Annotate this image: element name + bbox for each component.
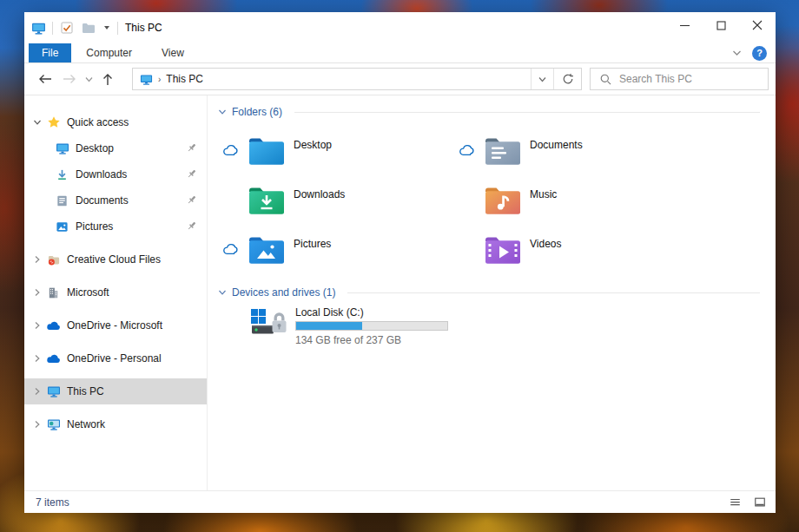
sidebar-item-label: Quick access xyxy=(67,116,129,128)
tile-label: Music xyxy=(530,188,557,200)
details-view-icon[interactable] xyxy=(729,496,742,509)
drive-free-space: 134 GB free of 237 GB xyxy=(295,334,448,346)
sidebar-item-label: Pictures xyxy=(76,220,113,233)
chevron-right-icon[interactable] xyxy=(33,255,46,264)
tile-local-disk-c[interactable]: Local Disk (C:) 134 GB free of 237 GB xyxy=(218,305,760,346)
minimize-button[interactable] xyxy=(666,12,703,38)
sidebar-item-downloads[interactable]: Downloads xyxy=(24,161,207,187)
large-icons-view-icon[interactable] xyxy=(753,496,767,509)
pin-icon[interactable] xyxy=(185,167,198,181)
onedrive-cloud-icon xyxy=(46,351,61,366)
properties-icon[interactable] xyxy=(59,20,75,36)
sidebar-item-desktop[interactable]: Desktop xyxy=(24,135,207,161)
chevron-down-icon[interactable] xyxy=(218,289,227,296)
new-folder-icon[interactable] xyxy=(81,20,96,36)
chevron-right-icon[interactable] xyxy=(33,354,46,363)
maximize-button[interactable] xyxy=(703,12,739,38)
sidebar-item-onedrive-personal[interactable]: OneDrive - Personal xyxy=(24,345,207,371)
section-title: Devices and drives (1) xyxy=(232,286,335,299)
up-button[interactable] xyxy=(96,68,120,90)
devices-section-header[interactable]: Devices and drives (1) xyxy=(218,286,760,299)
this-pc-crumb-icon xyxy=(140,73,153,86)
navigation-pane: Quick access Desktop Downloads Documents… xyxy=(24,95,208,490)
tile-videos[interactable]: Videos xyxy=(454,225,690,274)
sidebar-item-microsoft[interactable]: Microsoft xyxy=(24,279,207,305)
breadcrumb-location[interactable]: This PC xyxy=(166,73,203,85)
section-title: Folders (6) xyxy=(232,106,282,118)
this-pc-window-icon xyxy=(30,20,46,36)
tab-file[interactable]: File xyxy=(29,43,71,62)
search-placeholder: Search This PC xyxy=(619,73,692,85)
quick-access-toolbar xyxy=(30,20,118,36)
help-button[interactable]: ? xyxy=(752,46,767,61)
address-dropdown-chevron-icon[interactable] xyxy=(531,69,553,89)
chevron-down-icon[interactable] xyxy=(33,118,46,127)
tile-label: Desktop xyxy=(294,139,332,151)
sidebar-item-network[interactable]: Network xyxy=(24,411,207,437)
building-icon xyxy=(46,286,61,300)
view-switcher xyxy=(729,496,767,509)
ribbon-tab-row: File Computer View ? xyxy=(24,43,776,63)
address-bar[interactable]: › This PC xyxy=(132,68,582,90)
music-folder-icon xyxy=(484,185,522,216)
this-pc-monitor-icon xyxy=(46,384,61,399)
chevron-down-icon[interactable] xyxy=(218,108,227,115)
sidebar-item-label: Downloads xyxy=(76,168,127,181)
forward-button[interactable] xyxy=(57,68,82,90)
pin-icon[interactable] xyxy=(185,194,198,207)
back-button[interactable] xyxy=(33,68,57,90)
sidebar-item-label: OneDrive - Microsoft xyxy=(67,319,162,332)
sidebar-item-label: OneDrive - Personal xyxy=(67,352,162,365)
close-button[interactable] xyxy=(739,12,776,38)
tile-documents[interactable]: Documents xyxy=(454,126,690,175)
sidebar-item-label: Desktop xyxy=(76,142,114,154)
chevron-right-icon[interactable] xyxy=(33,420,46,429)
document-icon xyxy=(55,194,69,208)
network-icon xyxy=(46,417,61,432)
tab-view[interactable]: View xyxy=(147,43,199,62)
devices-section: Devices and drives (1) Local Disk (C:) 1… xyxy=(218,286,760,346)
sidebar-item-label: Creative Cloud Files xyxy=(67,253,161,266)
content-pane: Folders (6) Desktop Documents xyxy=(208,95,776,490)
chevron-right-icon[interactable] xyxy=(33,387,46,396)
onedrive-status-cloud-icon xyxy=(218,144,244,157)
picture-icon xyxy=(55,220,69,234)
tile-label: Videos xyxy=(530,238,561,250)
pin-icon[interactable] xyxy=(185,220,198,233)
refresh-button[interactable] xyxy=(553,69,581,89)
tile-music[interactable]: Music xyxy=(454,175,690,225)
customize-qat-caret-icon[interactable] xyxy=(102,20,111,36)
chevron-right-icon[interactable] xyxy=(33,288,46,297)
tile-label: Downloads xyxy=(294,188,345,200)
breadcrumb[interactable]: › This PC xyxy=(133,69,531,89)
expand-ribbon-chevron-icon[interactable] xyxy=(732,49,742,56)
sidebar-item-documents[interactable]: Documents xyxy=(24,187,207,213)
videos-folder-icon xyxy=(484,234,522,266)
section-rule xyxy=(294,112,760,113)
qat-separator xyxy=(117,22,118,35)
sidebar-item-label: Network xyxy=(67,418,105,430)
search-input[interactable]: Search This PC xyxy=(590,68,769,90)
folders-section-header[interactable]: Folders (6) xyxy=(218,106,760,118)
search-icon xyxy=(600,74,611,85)
window-title: This PC xyxy=(125,22,162,34)
sidebar-item-quick-access[interactable]: Quick access xyxy=(24,109,207,135)
drive-name: Local Disk (C:) xyxy=(295,306,448,319)
tile-downloads[interactable]: Downloads xyxy=(218,175,454,225)
items-count: 7 items xyxy=(36,496,69,509)
tile-desktop[interactable]: Desktop xyxy=(218,126,454,175)
sidebar-item-pictures[interactable]: Pictures xyxy=(24,213,207,240)
sidebar-item-creative-cloud-files[interactable]: Creative Cloud Files xyxy=(24,246,207,273)
sidebar-item-onedrive-microsoft[interactable]: OneDrive - Microsoft xyxy=(24,312,207,338)
qat-separator xyxy=(52,22,53,35)
sidebar-item-this-pc[interactable]: This PC xyxy=(24,378,207,404)
documents-folder-icon xyxy=(484,135,522,167)
chevron-right-icon[interactable] xyxy=(33,321,46,330)
tab-computer[interactable]: Computer xyxy=(71,43,147,62)
tile-pictures[interactable]: Pictures xyxy=(218,225,454,274)
recent-locations-chevron-icon[interactable] xyxy=(82,76,96,82)
pin-icon[interactable] xyxy=(185,141,198,154)
sidebar-item-label: Documents xyxy=(76,194,129,207)
pictures-folder-icon xyxy=(248,234,286,266)
desktop-folder-icon xyxy=(248,135,286,167)
